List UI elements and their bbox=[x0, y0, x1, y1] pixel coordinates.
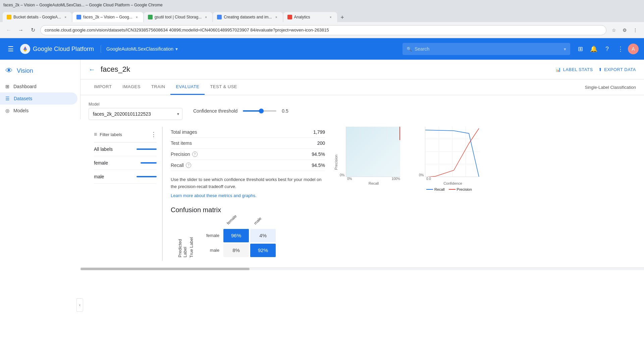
scrollbar-thumb[interactable] bbox=[80, 268, 250, 270]
browser-tab-3[interactable]: gsutil tool | Cloud Storag... × bbox=[144, 12, 213, 22]
confidence-slider[interactable] bbox=[243, 110, 276, 112]
tab-evaluate[interactable]: EVALUATE bbox=[170, 79, 205, 95]
url-text: console.cloud.google.com/vision/datasets… bbox=[45, 27, 329, 33]
label-stats-button[interactable]: 📊 LABEL STATS bbox=[555, 67, 593, 72]
stats-charts-row: Total images 1,799 Test items 200 Preci bbox=[171, 127, 628, 198]
sidebar-item-dashboard[interactable]: ⊞ Dashboard bbox=[0, 80, 77, 93]
predicted-label-area: Predicted Label bbox=[177, 231, 187, 261]
tab-label-4: Creating datasets and im... bbox=[224, 15, 272, 19]
browser-tab-1[interactable]: Bucket details - GoogleA... × bbox=[3, 12, 72, 22]
notifications-icon[interactable]: 🔔 bbox=[588, 43, 600, 55]
vision-icon: 👁 bbox=[5, 66, 13, 75]
filter-icon: ≡ bbox=[94, 131, 97, 137]
learn-more-link[interactable]: Learn more about these metrics and graph… bbox=[171, 193, 257, 198]
tab-train[interactable]: TRAIN bbox=[146, 79, 171, 95]
tab-close-1[interactable]: × bbox=[63, 15, 68, 19]
info-text: Use the slider to see which confidence t… bbox=[171, 176, 325, 190]
hamburger-menu[interactable]: ☰ bbox=[5, 44, 16, 54]
legend-recall-color bbox=[426, 189, 433, 190]
row-label-female: female bbox=[197, 233, 223, 238]
sidebar: 👁 Vision ⊞ Dashboard ☰ Datasets ◎ Models bbox=[0, 60, 80, 119]
tab-import[interactable]: IMPORT bbox=[89, 79, 117, 95]
sidebar-collapse-button[interactable]: ‹ bbox=[76, 298, 83, 312]
cm-cell-female-male: 4% bbox=[250, 229, 276, 242]
pr-x-label: Recall bbox=[347, 181, 400, 185]
pr-line bbox=[399, 127, 400, 140]
filter-bar-all bbox=[137, 148, 157, 150]
precision-help-icon[interactable]: ? bbox=[192, 152, 198, 157]
new-tab-button[interactable]: + bbox=[338, 13, 347, 22]
extensions-button[interactable]: ⚙ bbox=[620, 25, 629, 35]
bookmark-button[interactable]: ☆ bbox=[609, 25, 619, 35]
tab-close-3[interactable]: × bbox=[204, 15, 208, 19]
sidebar-item-models[interactable]: ◎ Models bbox=[0, 105, 77, 117]
filter-header: ≡ Filter labels ⋮ bbox=[94, 127, 157, 142]
forward-button[interactable]: → bbox=[16, 25, 25, 35]
conf-chart-svg bbox=[425, 127, 479, 177]
filter-item-all[interactable]: All labels bbox=[94, 142, 157, 156]
horizontal-scrollbar[interactable] bbox=[80, 267, 644, 270]
tabs-bar: IMPORT IMAGES TRAIN EVALUATE TEST & USE … bbox=[80, 79, 644, 95]
nav-search[interactable]: 🔍 ▾ bbox=[402, 43, 570, 55]
reload-button[interactable]: ↻ bbox=[28, 25, 38, 35]
sidebar-wrapper: 👁 Vision ⊞ Dashboard ☰ Datasets ◎ Models… bbox=[0, 60, 80, 362]
url-bar[interactable]: console.cloud.google.com/vision/datasets… bbox=[40, 25, 606, 35]
legend-recall: Recall bbox=[426, 187, 445, 191]
filter-item-female[interactable]: female bbox=[94, 156, 157, 170]
conf-chart-area: 0% bbox=[419, 127, 479, 177]
search-input[interactable] bbox=[415, 46, 561, 52]
pr-y-axis: 0% bbox=[340, 127, 344, 177]
confusion-col-headers: female male bbox=[219, 221, 276, 226]
avatar[interactable]: A bbox=[628, 44, 639, 54]
stats-and-charts: Total images 1,799 Test items 200 Preci bbox=[163, 127, 636, 261]
confusion-matrix-section: Confusion matrix Predicted Label bbox=[171, 206, 628, 261]
sidebar-header: 👁 Vision bbox=[0, 62, 80, 80]
tab-close-2[interactable]: × bbox=[135, 15, 139, 19]
products-icon[interactable]: ⊞ bbox=[574, 43, 586, 55]
tab-images[interactable]: IMAGES bbox=[117, 79, 146, 95]
export-data-button[interactable]: ⬆ EXPORT DATA bbox=[598, 67, 636, 72]
page-header: ← faces_2k 📊 LABEL STATS ⬆ EXPORT DATA bbox=[80, 60, 644, 79]
search-dropdown-icon[interactable]: ▾ bbox=[564, 47, 566, 52]
tab-test-use[interactable]: TEST & USE bbox=[205, 79, 243, 95]
browser-actions: ☆ ⚙ ⋮ bbox=[609, 25, 640, 35]
browser-tab-5[interactable]: Analytics × bbox=[283, 12, 337, 22]
browser-tab-4[interactable]: Creating datasets and im... × bbox=[213, 12, 282, 22]
model-select[interactable]: faces_2k_20200101122523 bbox=[89, 108, 182, 120]
sidebar-label-dashboard: Dashboard bbox=[13, 84, 37, 89]
predicted-label-text: Predicted Label bbox=[177, 231, 187, 257]
dashboard-icon: ⊞ bbox=[5, 84, 9, 89]
chart-icon: 📊 bbox=[555, 67, 561, 72]
project-selector[interactable]: GoogleAutoMLSexClassification ▾ bbox=[101, 45, 180, 53]
address-bar: ← → ↻ console.cloud.google.com/vision/da… bbox=[0, 22, 644, 38]
gcp-logo[interactable]: Google Cloud Platform bbox=[20, 44, 94, 54]
back-to-datasets-button[interactable]: ← bbox=[89, 66, 95, 73]
confusion-rows-with-label: True Label female 96% 4% bbox=[189, 228, 276, 258]
browser-tab-2[interactable]: faces_2k – Vision – Goog... × bbox=[72, 12, 143, 22]
model-field-label: Model bbox=[89, 102, 182, 107]
conf-y-low: 0% bbox=[419, 173, 424, 177]
filter-item-male[interactable]: male bbox=[94, 170, 157, 184]
sidebar-item-datasets[interactable]: ☰ Datasets bbox=[0, 93, 77, 105]
recall-help-icon[interactable]: ? bbox=[186, 163, 191, 168]
confusion-rows: female 96% 4% male 8% bbox=[197, 229, 276, 257]
filter-more-button[interactable]: ⋮ bbox=[151, 131, 157, 138]
model-select-wrapper: faces_2k_20200101122523 ▾ bbox=[89, 108, 182, 120]
settings-icon[interactable]: ⋮ bbox=[614, 43, 627, 55]
recall-value: 94.5% bbox=[312, 163, 325, 168]
tab-close-5[interactable]: × bbox=[328, 15, 333, 19]
precision-value: 94.5% bbox=[312, 152, 325, 157]
evaluate-layout: ≡ Filter labels ⋮ All labels female bbox=[89, 127, 636, 261]
header-actions: 📊 LABEL STATS ⬆ EXPORT DATA bbox=[555, 67, 636, 72]
window-title: faces_2k – Vision – GoogleAutoMLSexClas.… bbox=[3, 3, 163, 7]
tab-close-4[interactable]: × bbox=[274, 15, 279, 19]
back-button[interactable]: ← bbox=[4, 25, 13, 35]
slider-thumb[interactable] bbox=[259, 109, 264, 113]
confusion-row-male: male 8% 92% bbox=[197, 244, 276, 257]
conf-x-low: 0.0 bbox=[426, 177, 431, 181]
help-icon[interactable]: ? bbox=[601, 43, 613, 55]
menu-button[interactable]: ⋮ bbox=[631, 25, 640, 35]
filter-title-label: Filter labels bbox=[100, 132, 148, 137]
page-wrapper: 👁 Vision ⊞ Dashboard ☰ Datasets ◎ Models… bbox=[0, 60, 644, 362]
cm-cell-male-female: 8% bbox=[223, 244, 249, 257]
